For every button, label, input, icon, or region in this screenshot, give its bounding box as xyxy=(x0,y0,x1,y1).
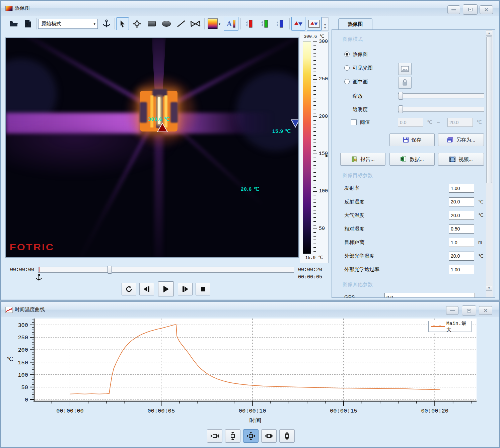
timeline-anchor-icon[interactable] xyxy=(35,274,43,282)
param-label: 发射率 xyxy=(344,185,359,191)
pip-lock-button[interactable] xyxy=(398,77,412,89)
param-label: 外部光学透过率 xyxy=(344,266,379,273)
save-button[interactable]: 保存 xyxy=(389,133,435,146)
level-blue-button[interactable] xyxy=(273,17,287,30)
export-file-button[interactable]: x xyxy=(21,17,34,30)
param-input[interactable] xyxy=(449,265,474,274)
alarm-between-button[interactable] xyxy=(307,17,322,31)
step-forward-icon xyxy=(182,286,189,292)
param-input[interactable] xyxy=(449,238,474,247)
play-button[interactable] xyxy=(158,281,174,296)
chart-close-button[interactable]: ✕ xyxy=(479,306,492,315)
scale-tick xyxy=(313,150,316,151)
timeline-thumb[interactable] xyxy=(108,266,112,274)
polygon-tool-button[interactable] xyxy=(188,17,203,30)
step-forward-button[interactable] xyxy=(178,283,193,295)
sidebar-scrollbar[interactable]: ▲ ▼ xyxy=(486,30,493,298)
scale-tick xyxy=(313,98,316,98)
param-input[interactable] xyxy=(449,197,474,206)
param-label: 反射温度 xyxy=(344,199,364,205)
gps-input[interactable] xyxy=(384,293,475,298)
palette-dropdown-arrow-icon: ▾ xyxy=(219,22,220,26)
zoom-slider-thumb[interactable] xyxy=(399,92,403,100)
line-tool-button[interactable] xyxy=(174,17,188,30)
scale-tick xyxy=(313,158,316,158)
spot-tool-button[interactable] xyxy=(130,17,144,30)
scale-tick xyxy=(313,221,316,222)
open-file-button[interactable] xyxy=(7,17,20,30)
scroll-up-icon: ▲ xyxy=(488,31,491,35)
auto-scale-button[interactable]: A xyxy=(224,17,238,31)
radio-pip[interactable] xyxy=(344,79,350,84)
fit-horizontal-button[interactable] xyxy=(207,429,222,443)
param-input[interactable] xyxy=(449,225,474,234)
minimize-button[interactable] xyxy=(447,5,460,14)
fit-all-button[interactable] xyxy=(243,429,259,443)
scrollbar-down-button[interactable]: ▼ xyxy=(486,285,492,291)
scale-tick xyxy=(313,184,316,184)
step-back-button[interactable] xyxy=(139,283,154,295)
scale-tick xyxy=(313,176,316,177)
restore-button[interactable] xyxy=(463,4,478,15)
restore-icon xyxy=(467,309,471,312)
param-label: 外部光学温度 xyxy=(344,253,374,259)
scale-tick-label: 200 xyxy=(319,114,328,119)
file-export-icon: x xyxy=(24,20,31,28)
thermal-titlebar[interactable]: 热像图 xyxy=(1,1,499,16)
thermal-image-canvas[interactable]: 300.6 ℃ 15.9 ℃ 20.6 ℃ FOTRIC xyxy=(5,37,299,258)
opacity-slider-thumb[interactable] xyxy=(399,105,403,113)
mode-dropdown[interactable]: 原始模式 ▾ xyxy=(38,19,98,29)
ellipse-tool-button[interactable] xyxy=(160,17,173,30)
report-button[interactable]: 报告... xyxy=(340,153,385,166)
scrollbar-thumb[interactable] xyxy=(486,36,492,183)
fit-vertical-button[interactable] xyxy=(225,429,240,443)
threshold-checkbox[interactable] xyxy=(351,119,357,125)
scrollbar-up-button[interactable]: ▲ xyxy=(486,30,492,36)
expand-horizontal-button[interactable] xyxy=(261,429,277,443)
data-button-label: 数据... xyxy=(410,156,424,163)
scale-tick xyxy=(313,46,316,46)
radio-visible[interactable] xyxy=(344,65,350,71)
tab-thermal-label: 热像图 xyxy=(348,21,363,27)
toolbar-overflow-button[interactable]: ▾▾ xyxy=(322,17,329,31)
timeline-track[interactable] xyxy=(38,267,294,273)
save-as-button[interactable]: 另存为... xyxy=(438,133,484,146)
param-input[interactable] xyxy=(449,252,474,261)
anchor-button[interactable] xyxy=(100,17,113,30)
expand-horizontal-icon xyxy=(265,433,273,439)
param-input[interactable] xyxy=(449,211,474,220)
scale-tick xyxy=(313,113,316,113)
tab-thermal[interactable]: 热像图 xyxy=(338,18,372,30)
threshold-high-input[interactable] xyxy=(447,118,473,127)
video-button[interactable]: 视频... xyxy=(438,153,484,166)
scale-min-label: 15.9 ℃ xyxy=(300,255,328,260)
max-temp-label: 300.6 ℃ xyxy=(148,116,170,122)
chart-titlebar[interactable]: 时间温度曲线 xyxy=(1,302,499,317)
cursor-tool-button[interactable] xyxy=(116,17,129,30)
chart-restore-button[interactable] xyxy=(462,305,476,316)
chart-minimize-button[interactable] xyxy=(446,306,458,315)
fit-vertical-icon xyxy=(230,432,236,440)
stop-button[interactable] xyxy=(196,283,210,295)
alarm-above-button[interactable] xyxy=(291,17,305,31)
radio-thermal[interactable] xyxy=(344,52,350,57)
level-green-button[interactable] xyxy=(258,17,272,30)
zoom-slider[interactable] xyxy=(398,93,484,98)
mode-dropdown-value: 原始模式 xyxy=(41,21,61,27)
toolbar-separator xyxy=(204,18,205,29)
visible-image-button[interactable] xyxy=(398,63,412,75)
opacity-slider[interactable] xyxy=(398,107,484,112)
rectangle-tool-button[interactable] xyxy=(145,17,158,30)
scale-pointer-icon[interactable]: ▶ xyxy=(326,154,328,158)
param-input[interactable] xyxy=(449,184,474,193)
palette-button[interactable]: ▾ xyxy=(206,17,222,31)
alarm-triangles-boxed-icon xyxy=(310,21,318,27)
scroll-down-icon: ▼ xyxy=(488,286,491,290)
expand-vertical-button[interactable] xyxy=(279,429,295,443)
close-button[interactable]: ✕ xyxy=(480,5,493,14)
data-button[interactable]: X 数据... xyxy=(389,153,435,166)
threshold-low-input[interactable] xyxy=(398,118,423,127)
svg-text:250: 250 xyxy=(18,335,28,341)
loop-button[interactable] xyxy=(122,283,136,295)
level-red-button[interactable] xyxy=(242,17,257,30)
